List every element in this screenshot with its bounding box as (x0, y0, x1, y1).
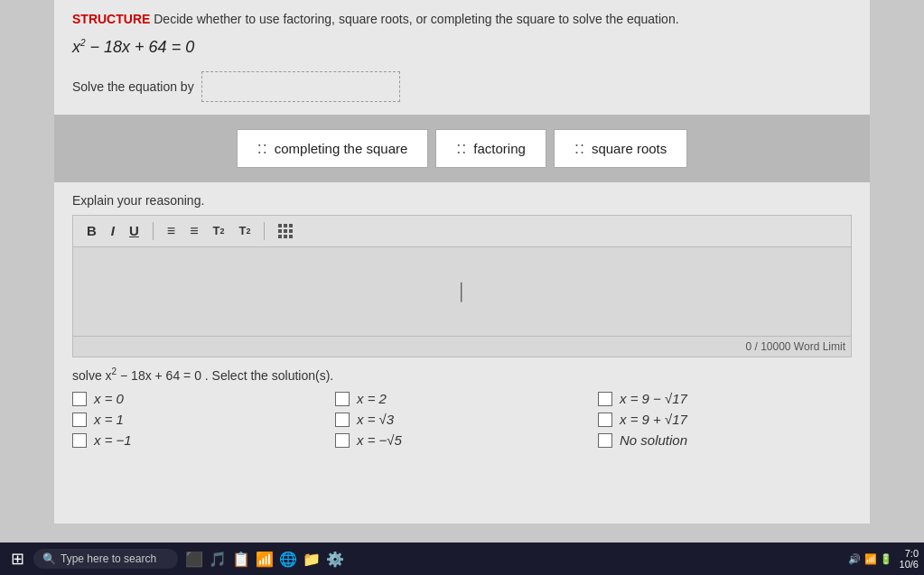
word-limit: 0 / 10000 Word Limit (72, 337, 852, 357)
solve-row: Solve the equation by (72, 71, 852, 115)
search-icon: 🔍 (42, 552, 56, 565)
taskbar-icon-browser[interactable]: 🌐 (279, 551, 297, 568)
solution-item-xneg1: x = −1 (72, 432, 326, 448)
taskbar-right: 🔊 📶 🔋 7:0 10/6 (848, 548, 919, 570)
grid-icon (278, 224, 291, 238)
solution-text-x9-minus: x = 9 − √17 (620, 391, 687, 406)
solution-checkbox-x9-minus[interactable] (598, 392, 612, 406)
table-button[interactable] (274, 222, 295, 240)
option-factoring-label: factoring (473, 141, 526, 156)
toolbar-separator-2 (264, 222, 265, 240)
taskbar-icon-2[interactable]: 🎵 (209, 551, 227, 568)
options-bar: :: completing the square :: factoring ::… (54, 115, 870, 182)
solution-item-x0: x = 0 (72, 391, 326, 406)
subscript-button[interactable]: T2 (235, 222, 256, 239)
solution-item-x1: x = 1 (72, 412, 326, 427)
solve-section: solve x2 − 18x + 64 = 0 . Select the sol… (72, 357, 852, 449)
taskbar-icon-settings[interactable]: ⚙️ (326, 551, 344, 568)
taskbar: ⊞ 🔍 Type here to search ⬛ 🎵 📋 📶 🌐 📁 ⚙️ 🔊… (0, 543, 924, 575)
solution-text-x9-plus: x = 9 + √17 (620, 412, 687, 427)
reasoning-section: Explain your reasoning. B I U ≡ ≡ T2 T2 … (72, 182, 852, 357)
bullet-list-button[interactable]: ≡ (163, 221, 180, 241)
solve-input[interactable] (201, 71, 400, 102)
main-content: STRUCTURE Decide whether to use factorin… (54, 0, 870, 524)
option-factoring[interactable]: :: factoring (435, 129, 546, 168)
solution-item-no-solution: No solution (598, 432, 852, 448)
time-display: 7:0 (900, 548, 919, 559)
toolbar-separator-1 (153, 222, 154, 240)
start-button[interactable]: ⊞ (5, 547, 30, 570)
search-label: Type here to search (61, 552, 156, 565)
solution-text-xneg1: x = −1 (94, 432, 132, 448)
equation: x2 − 18x + 64 = 0 (72, 38, 852, 57)
solution-checkbox-x1[interactable] (72, 413, 87, 427)
solution-item-xnegsqrt5: x = −√5 (335, 432, 589, 448)
italic-button[interactable]: I (107, 221, 119, 240)
structure-label: STRUCTURE (72, 12, 150, 26)
solution-item-x9-minus: x = 9 − √17 (598, 391, 852, 406)
solution-item-xsqrt3: x = √3 (335, 412, 589, 427)
reasoning-label: Explain your reasoning. (72, 193, 852, 208)
solution-checkbox-x0[interactable] (72, 392, 87, 406)
solution-text-xsqrt3: x = √3 (357, 412, 394, 427)
solution-text-x0: x = 0 (94, 391, 124, 406)
solution-text-x2: x = 2 (357, 391, 387, 406)
editor-toolbar: B I U ≡ ≡ T2 T2 (72, 215, 852, 246)
dots-icon-square-roots: :: (574, 139, 585, 158)
taskbar-icons-right: 🔊 📶 🔋 (848, 553, 891, 565)
solution-checkbox-xneg1[interactable] (72, 433, 87, 448)
superscript-button[interactable]: T2 (209, 222, 229, 239)
solution-checkbox-xsqrt3[interactable] (335, 413, 350, 427)
solution-text-no-solution: No solution (620, 432, 687, 448)
taskbar-icons: ⬛ 🎵 📋 📶 🌐 📁 ⚙️ (185, 551, 344, 568)
taskbar-icon-4[interactable]: 📶 (256, 551, 274, 568)
taskbar-icon-files[interactable]: 📁 (303, 551, 321, 568)
solution-checkbox-xnegsqrt5[interactable] (335, 433, 350, 448)
dots-icon-factoring: :: (456, 139, 467, 158)
solution-checkbox-no-solution[interactable] (598, 433, 612, 448)
option-square-roots-label: square roots (592, 141, 667, 156)
solution-text-xnegsqrt5: x = −√5 (357, 432, 402, 448)
taskbar-icon-1[interactable]: ⬛ (185, 551, 203, 568)
bold-button[interactable]: B (82, 221, 101, 240)
solution-checkbox-x9-plus[interactable] (598, 413, 612, 427)
taskbar-time: 7:0 10/6 (900, 548, 919, 570)
underline-button[interactable]: U (125, 221, 144, 240)
option-completing-label: completing the square (275, 141, 408, 156)
cursor: │ (457, 282, 467, 301)
solution-item-x2: x = 2 (335, 391, 589, 406)
structure-text: Decide whether to use factoring, square … (154, 12, 678, 26)
solution-checkbox-x2[interactable] (335, 392, 350, 406)
solve-question: solve x2 − 18x + 64 = 0 . Select the sol… (72, 366, 852, 383)
numbered-list-button[interactable]: ≡ (185, 221, 202, 241)
solve-label: Solve the equation by (72, 79, 194, 94)
date-display: 10/6 (900, 559, 919, 570)
structure-line: STRUCTURE Decide whether to use factorin… (72, 11, 852, 29)
dots-icon-completing: :: (257, 139, 268, 158)
reasoning-textarea[interactable]: │ (72, 246, 852, 337)
option-square-roots[interactable]: :: square roots (554, 129, 687, 168)
taskbar-search[interactable]: 🔍 Type here to search (33, 549, 178, 569)
solution-item-x9-plus: x = 9 + √17 (598, 412, 852, 427)
option-completing-the-square[interactable]: :: completing the square (237, 129, 429, 168)
solutions-grid: x = 0 x = 2 x = 9 − √17 x = 1 x = √3 x = (72, 391, 852, 448)
taskbar-icon-3[interactable]: 📋 (232, 551, 250, 568)
solution-text-x1: x = 1 (94, 412, 124, 427)
